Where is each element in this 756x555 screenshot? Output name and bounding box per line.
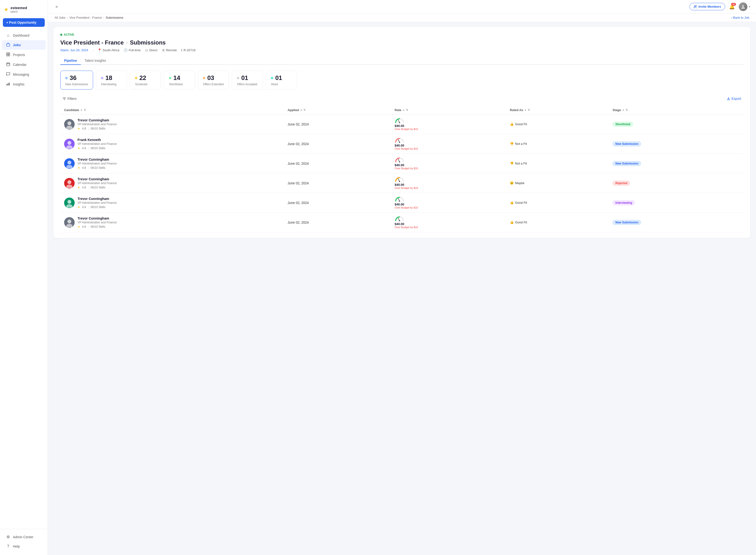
admin-icon: ⚙ — [6, 535, 10, 539]
skills-count: 06/10 Skills — [91, 205, 105, 209]
rated-as-cell: 👍Good Fit — [510, 201, 605, 205]
back-to-job-label: Back to Job — [733, 16, 749, 19]
rate-info: $40.00 Over Budget by $10 — [395, 183, 418, 189]
submissions-label: Submissions — [130, 39, 166, 46]
table-row[interactable]: Trevor Cunningham VP Administration and … — [60, 115, 744, 134]
candidate-cell: Trevor Cunningham VP Administration and … — [64, 118, 280, 130]
candidate-name: Trevor Cunningham — [78, 158, 117, 161]
rated-as-filter-icon[interactable]: ▼ — [524, 109, 527, 112]
candidate-filter-icon[interactable]: ▼ — [80, 109, 83, 112]
tab-pipeline[interactable]: Pipeline — [60, 57, 81, 65]
breadcrumb-job-name[interactable]: Vice President - France — [69, 16, 102, 19]
pipeline-card-screened[interactable]: 22 Screened — [130, 71, 161, 90]
collapse-sidebar-button[interactable]: « — [54, 3, 60, 10]
svg-point-24 — [66, 184, 73, 188]
calendar-icon — [6, 62, 10, 67]
rate-gauge: $40.00 Over Budget by $10 — [395, 216, 502, 229]
rate-sort-icon[interactable]: ⇅ — [406, 109, 408, 112]
candidate-meta: ★ 4.8 | 06/10 Skills — [78, 186, 117, 189]
rate-info: $40.00 Over Budget by $10 — [395, 222, 418, 229]
stage-sort-icon[interactable]: ⇅ — [626, 109, 628, 112]
candidate-cell: Trevor Cunningham VP Administration and … — [64, 197, 280, 209]
svg-rect-0 — [6, 44, 10, 46]
table-toolbar: Filters Export — [60, 95, 744, 102]
svg-point-9 — [694, 5, 696, 7]
stage-filter-icon[interactable]: ▼ — [622, 109, 625, 112]
logo: ★ esteemed talent — [0, 4, 48, 18]
user-avatar-button[interactable]: ▾ — [739, 2, 750, 11]
rating-value: 4.8 — [82, 225, 86, 228]
sidebar-item-label: Calendar — [13, 63, 27, 67]
applied-date: June 02, 2024 — [284, 213, 391, 232]
export-button[interactable]: Export — [724, 95, 744, 102]
skills-count: 06/10 Skills — [91, 166, 105, 170]
candidate-name: Frank Kenneth — [78, 138, 117, 142]
pipeline-card-interviewing[interactable]: 18 Interviewing — [96, 71, 127, 90]
clock-icon: 🕐 — [124, 48, 128, 52]
breadcrumb-all-jobs[interactable]: All Jobs — [54, 16, 65, 19]
star-rating-icon: ★ — [78, 146, 80, 150]
applied-filter-icon[interactable]: ▼ — [300, 109, 303, 112]
breadcrumb-current: Submissions — [106, 16, 124, 19]
table-row[interactable]: Trevor Cunningham VP Administration and … — [60, 173, 744, 193]
svg-point-11 — [67, 121, 71, 125]
applied-date: June 02, 2024 — [284, 134, 391, 154]
sidebar-item-insights[interactable]: Insights — [2, 80, 46, 89]
svg-point-19 — [67, 161, 71, 165]
candidate-sort-icon[interactable]: ⇅ — [84, 109, 86, 112]
candidate-avatar — [64, 217, 75, 228]
star-rating-icon: ★ — [78, 205, 80, 209]
sidebar-item-admin[interactable]: ⚙ Admin Center — [2, 532, 46, 542]
sidebar-item-calendar[interactable]: Calendar — [2, 60, 46, 70]
notifications-button[interactable]: 🔔 22 — [729, 4, 735, 10]
invite-members-button[interactable]: Invite Members — [690, 3, 725, 10]
candidate-info: Trevor Cunningham VP Administration and … — [78, 177, 117, 189]
post-opportunity-button[interactable]: + Post Opportunity — [3, 18, 45, 27]
pipeline-card-offers-extended[interactable]: 03 Offers Extended — [198, 71, 229, 90]
breadcrumb: All Jobs › Vice President - France › Sub… — [54, 16, 124, 19]
tab-talent-insights[interactable]: Talent Insights — [81, 57, 110, 65]
pipeline-card-new-submissions[interactable]: 36 New Submissions — [60, 71, 93, 90]
sidebar-item-help[interactable]: ? Help — [2, 542, 46, 551]
svg-point-27 — [67, 200, 71, 204]
pipeline-card-shortlisted[interactable]: 14 Shortlisted — [164, 71, 195, 90]
applied-sort-icon[interactable]: ⇅ — [303, 109, 305, 112]
export-label: Export — [731, 97, 741, 100]
table-row[interactable]: Trevor Cunningham VP Administration and … — [60, 213, 744, 232]
pipeline-card-offers-accepted[interactable]: 01 Offers Accepted — [232, 71, 263, 90]
svg-rect-1 — [6, 53, 8, 54]
table-row[interactable]: Trevor Cunningham VP Administration and … — [60, 193, 744, 213]
candidate-name: Trevor Cunningham — [78, 177, 117, 181]
sidebar-item-jobs[interactable]: Jobs — [2, 40, 46, 50]
table-row[interactable]: Trevor Cunningham VP Administration and … — [60, 154, 744, 173]
sidebar-item-label: Admin Center — [13, 535, 34, 539]
svg-rect-7 — [8, 83, 8, 85]
candidate-avatar — [64, 198, 75, 208]
sidebar-item-projects[interactable]: Projects — [2, 50, 46, 59]
svg-point-28 — [66, 204, 73, 208]
rate-gauge: $40.00 Over Budget by $10 — [395, 118, 502, 130]
svg-line-30 — [398, 198, 399, 201]
rated-as-cell: 👍Good Fit — [510, 122, 605, 126]
add-person-icon — [694, 5, 697, 8]
svg-rect-4 — [8, 54, 10, 56]
applied-date: June 02, 2024 — [284, 115, 391, 134]
topbar-right: Invite Members 🔔 22 ▾ — [690, 2, 750, 11]
sidebar-item-dashboard[interactable]: ⌂ Dashboard — [2, 31, 46, 40]
candidate-avatar — [64, 139, 75, 149]
star-rating-icon: ★ — [78, 127, 80, 130]
back-to-job-link[interactable]: ‹ Back to Job — [731, 16, 749, 19]
rate-filter-icon[interactable]: ▼ — [403, 109, 405, 112]
pipeline-card-hired[interactable]: 01 Hired — [266, 71, 297, 90]
sidebar-item-label: Messaging — [13, 73, 29, 76]
filters-button[interactable]: Filters — [60, 95, 79, 102]
rated-as-cell: 👎Not a Fit — [510, 162, 605, 165]
sidebar-item-messaging[interactable]: Messaging — [2, 70, 46, 79]
star-rating-icon: ★ — [78, 166, 80, 170]
table-row[interactable]: Frank Kenneth VP Administration and Fina… — [60, 134, 744, 154]
rated-as-sort-icon[interactable]: ⇅ — [528, 109, 530, 112]
candidate-meta: ★ 4.8 | 06/10 Skills — [78, 166, 117, 170]
svg-point-32 — [66, 224, 73, 227]
status-badge: ACTIVE — [60, 33, 74, 36]
svg-rect-5 — [6, 63, 10, 66]
